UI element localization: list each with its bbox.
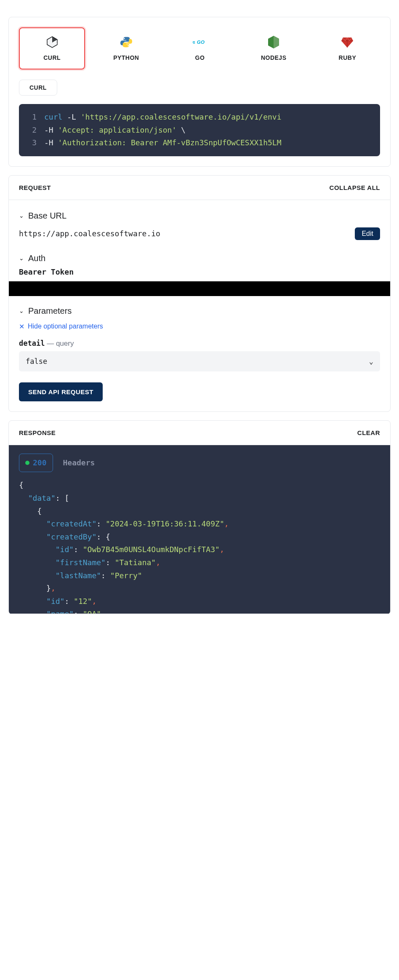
code-line: 2 -H 'Accept: application/json' \ [27, 124, 372, 137]
lang-tab-curl[interactable]: $_ CURL [19, 27, 85, 69]
lang-tab-go[interactable]: GO GO [167, 27, 232, 69]
clear-response-button[interactable]: CLEAR [357, 429, 380, 436]
base-url-row: https://app.coalescesoftware.io Edit [19, 225, 380, 247]
close-x-icon: ✕ [19, 323, 24, 331]
bearer-token-input[interactable] [9, 281, 390, 296]
chevron-down-icon: ⌄ [19, 255, 24, 262]
go-icon: GO [192, 36, 207, 48]
lang-tab-nodejs[interactable]: NODEJS [241, 27, 306, 69]
lang-tab-label: NODEJS [261, 54, 287, 61]
chevron-down-icon: ⌄ [19, 307, 24, 314]
base-url-value: https://app.coalescesoftware.io [19, 229, 160, 238]
request-body: ⌄ Base URL https://app.coalescesoftware.… [9, 200, 390, 411]
code-line: 3 -H 'Authorization: Bearer AMf-vBzn3Snp… [27, 136, 372, 150]
param-detail-label: detail — query [19, 336, 380, 351]
nodejs-icon [266, 36, 281, 48]
lang-tab-ruby[interactable]: RUBY [315, 27, 380, 69]
request-card: REQUEST COLLAPSE ALL ⌄ Base URL https://… [8, 175, 391, 412]
line-number: 2 [27, 124, 37, 137]
sub-tab-curl[interactable]: CURL [19, 80, 57, 96]
lang-tab-python[interactable]: PYTHON [93, 27, 159, 69]
sub-tab-label: CURL [29, 84, 47, 91]
svg-text:$_: $_ [53, 41, 58, 44]
parameters-toggle[interactable]: ⌄ Parameters [19, 299, 380, 320]
sub-tab-row: CURL [19, 80, 380, 96]
lang-tab-label: RUBY [339, 54, 356, 61]
language-selector-card: $_ CURL PYTHON GO GO NODEJS [8, 17, 391, 167]
chevron-down-icon: ⌄ [369, 357, 373, 366]
response-tabs: 200 Headers [19, 454, 380, 473]
headers-tab[interactable]: Headers [63, 457, 95, 470]
bearer-token-label: Bearer Token [19, 267, 380, 281]
lang-tab-label: CURL [43, 54, 61, 61]
param-detail-value: false [26, 357, 47, 366]
response-fade [9, 614, 390, 614]
request-title: REQUEST [19, 184, 51, 191]
hide-params-label: Hide optional parameters [28, 323, 103, 330]
language-tabs: $_ CURL PYTHON GO GO NODEJS [19, 27, 380, 69]
response-body: 200 Headers { "data": [ { "createdAt": "… [9, 445, 390, 614]
request-header: REQUEST COLLAPSE ALL [9, 176, 390, 200]
base-url-heading: Base URL [28, 211, 66, 221]
svg-text:GO: GO [197, 40, 205, 45]
hide-optional-params-link[interactable]: ✕ Hide optional parameters [19, 320, 380, 336]
svg-point-1 [124, 38, 125, 39]
status-200-tab[interactable]: 200 [19, 454, 53, 473]
response-card: RESPONSE CLEAR 200 Headers { "data": [ {… [8, 420, 391, 615]
card-inner: $_ CURL PYTHON GO GO NODEJS [9, 17, 390, 166]
param-detail-select[interactable]: false ⌄ [19, 351, 380, 371]
response-header: RESPONSE CLEAR [9, 421, 390, 445]
auth-toggle[interactable]: ⌄ Auth [19, 247, 380, 267]
param-type: query [56, 339, 74, 347]
line-number: 1 [27, 111, 37, 124]
response-json: { "data": [ { "createdAt": "2024-03-19T1… [19, 479, 380, 614]
lang-tab-label: GO [195, 54, 205, 61]
edit-base-url-button[interactable]: Edit [355, 227, 380, 240]
status-dot-icon [25, 461, 29, 465]
status-code: 200 [33, 457, 47, 470]
ruby-icon [340, 36, 355, 48]
auth-heading: Auth [28, 254, 45, 263]
collapse-all-button[interactable]: COLLAPSE ALL [330, 184, 380, 191]
svg-point-2 [128, 45, 129, 46]
lang-tab-label: PYTHON [113, 54, 139, 61]
parameters-heading: Parameters [28, 306, 72, 316]
code-line: 1 curl -L 'https://app.coalescesoftware.… [27, 111, 372, 124]
response-title: RESPONSE [19, 429, 56, 436]
line-number: 3 [27, 136, 37, 150]
curl-icon: $_ [45, 36, 60, 48]
param-name: detail [19, 339, 45, 347]
code-sample: 1 curl -L 'https://app.coalescesoftware.… [19, 104, 380, 156]
send-api-request-button[interactable]: SEND API REQUEST [19, 382, 103, 401]
base-url-toggle[interactable]: ⌄ Base URL [19, 204, 380, 225]
chevron-down-icon: ⌄ [19, 212, 24, 219]
python-icon [119, 36, 134, 48]
